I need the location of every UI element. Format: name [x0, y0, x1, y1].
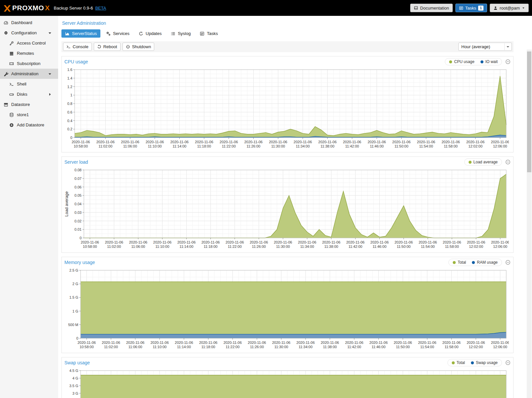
sidebar-item-add-datastore[interactable]: Add Datastore [0, 120, 58, 130]
server-load-chart: 00.010.020.030.040.050.060.070.082020-11… [63, 167, 509, 251]
svg-text:2020-11-06: 2020-11-06 [105, 240, 123, 244]
scrollbar-thumb[interactable] [527, 51, 531, 172]
proxmox-logo: PROXMOX [3, 4, 50, 12]
svg-text:0.06: 0.06 [75, 185, 82, 189]
reboot-button[interactable]: Reboot [94, 43, 121, 51]
sidebar-item-access-control[interactable]: Access Control [0, 38, 58, 48]
collapse-panel-button[interactable] [505, 260, 511, 265]
tasks-button[interactable]: Tasks 1 [455, 4, 487, 12]
sidebar-item-dashboard[interactable]: Dashboard [0, 17, 58, 28]
refresh-icon [139, 31, 143, 36]
sidebar-item-administration[interactable]: Administration [0, 69, 58, 79]
svg-text:11:34:00: 11:34:00 [296, 144, 310, 148]
collapse-panel-button[interactable] [505, 159, 511, 165]
svg-text:10:58:00: 10:58:00 [83, 245, 97, 249]
legend-item: IO wait [480, 59, 498, 64]
content-inner: Server Administration ServerStatusServic… [58, 16, 532, 398]
shutdown-button[interactable]: Shutdown [123, 43, 155, 51]
documentation-button[interactable]: Documentation [410, 4, 452, 12]
plus-circle-icon [9, 123, 14, 127]
sidebar-item-subscription[interactable]: Subscription [0, 58, 58, 69]
svg-text:11:38:00: 11:38:00 [324, 245, 338, 249]
tasks-count-badge: 1 [478, 6, 483, 11]
svg-text:3.5 G: 3.5 G [69, 384, 78, 388]
tab-services[interactable]: Services [102, 29, 133, 38]
legend-dot [469, 161, 472, 164]
svg-text:0: 0 [80, 236, 82, 240]
svg-text:2020-11-06: 2020-11-06 [443, 341, 461, 345]
database-icon [9, 113, 14, 117]
memory-usage-chart: 0500 M1 G1.5 G2 G2.5 G2020-11-0610:58:00… [63, 268, 509, 351]
server-icon [9, 51, 14, 56]
svg-text:11:50:00: 11:50:00 [395, 144, 408, 148]
tab-updates[interactable]: Updates [135, 29, 165, 38]
top-header: PROXMOX Backup Server 0.9-6 BETA Documen… [0, 0, 532, 16]
svg-text:2020-11-06: 2020-11-06 [395, 240, 413, 244]
key-icon [9, 41, 14, 46]
collapse-panel-button[interactable] [505, 59, 511, 64]
tab-serverstatus[interactable]: ServerStatus [61, 29, 100, 38]
svg-text:2020-11-06: 2020-11-06 [81, 240, 99, 244]
tab-syslog[interactable]: Syslog [167, 29, 194, 38]
sidebar-item-configuration[interactable]: Configuration [0, 28, 58, 38]
panel-header: CPU usageCPU usageIO wait [62, 56, 513, 66]
svg-text:2020-11-06: 2020-11-06 [343, 140, 361, 144]
svg-text:2 G: 2 G [72, 282, 78, 286]
svg-text:2020-11-06: 2020-11-06 [129, 240, 147, 244]
svg-text:2020-11-06: 2020-11-06 [370, 341, 388, 345]
collapse-panel-button[interactable] [505, 360, 511, 365]
svg-text:2020-11-06: 2020-11-06 [318, 140, 337, 144]
sidebar-item-disks[interactable]: Disks [0, 89, 58, 99]
svg-text:0.04: 0.04 [75, 202, 82, 206]
svg-text:12:02:00: 12:02:00 [469, 245, 483, 249]
panel-cpu-usage: CPU usageCPU usageIO wait00.20.40.60.811… [61, 56, 514, 152]
svg-text:0.01: 0.01 [75, 227, 82, 231]
sidebar-item-shell[interactable]: Shell [0, 79, 58, 89]
svg-text:2020-11-06: 2020-11-06 [322, 240, 340, 244]
svg-text:2020-11-06: 2020-11-06 [250, 240, 268, 244]
svg-text:11:06:00: 11:06:00 [131, 245, 145, 249]
svg-text:2.5 G: 2.5 G [69, 268, 78, 272]
panel-title: CPU usage [64, 59, 88, 64]
beta-link[interactable]: BETA [95, 6, 106, 11]
svg-text:11:26:00: 11:26:00 [246, 144, 260, 148]
svg-text:11:14:00: 11:14:00 [172, 144, 186, 148]
sidebar-item-store1[interactable]: store1 [0, 110, 58, 120]
svg-text:11:38:00: 11:38:00 [321, 144, 335, 148]
sidebar-item-label: Configuration [11, 30, 37, 35]
user-menu-button[interactable]: root@pam [490, 4, 529, 12]
undo-icon [97, 45, 101, 49]
legend-dot [453, 261, 456, 264]
book-icon [414, 6, 418, 10]
vertical-scrollbar[interactable] [527, 50, 532, 398]
svg-text:10:58:00: 10:58:00 [74, 144, 88, 148]
time-range-value: Hour (average) [461, 44, 490, 49]
sidebar-item-datastore[interactable]: Datastore [0, 99, 58, 110]
console-button[interactable]: Console [63, 43, 92, 51]
svg-text:11:34:00: 11:34:00 [300, 245, 314, 249]
ticket-icon [9, 61, 14, 66]
time-range-select[interactable]: Hour (average) [458, 43, 512, 51]
legend-dot [471, 361, 474, 364]
chart-legend: CPU usageIO wait [445, 58, 502, 65]
chart-legend: TotalRAM usage [448, 259, 502, 266]
svg-text:1.6: 1.6 [67, 68, 72, 72]
svg-text:2020-11-06: 2020-11-06 [297, 341, 315, 345]
panel-title: Server load [64, 159, 88, 165]
svg-text:2020-11-06: 2020-11-06 [244, 140, 263, 144]
svg-text:12:06:00: 12:06:00 [493, 144, 507, 148]
svg-text:2020-11-06: 2020-11-06 [269, 140, 287, 144]
list-alt-icon [200, 31, 204, 36]
svg-text:11:46:00: 11:46:00 [372, 245, 386, 249]
svg-text:11:02:00: 11:02:00 [104, 345, 118, 349]
tab-tasks[interactable]: Tasks [196, 29, 221, 38]
legend-dot [472, 261, 475, 264]
sidebar-item-remotes[interactable]: Remotes [0, 48, 58, 58]
toolbar-buttons: ConsoleRebootShutdown [63, 43, 154, 51]
svg-text:12:02:00: 12:02:00 [469, 345, 483, 349]
svg-text:Load average: Load average [64, 191, 69, 217]
svg-text:2020-11-06: 2020-11-06 [346, 240, 364, 244]
svg-text:2020-11-06: 2020-11-06 [392, 140, 410, 144]
svg-text:1: 1 [70, 93, 72, 97]
svg-text:2020-11-06: 2020-11-06 [443, 240, 461, 244]
